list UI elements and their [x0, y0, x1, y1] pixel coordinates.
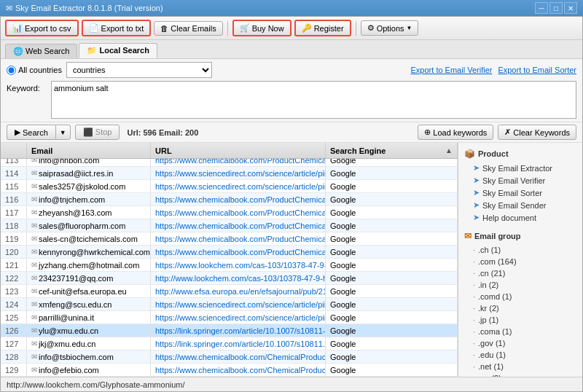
sidebar-item-email-group[interactable]: ·.ch (1): [458, 244, 582, 256]
th-number: [1, 143, 27, 158]
th-url[interactable]: URL: [151, 143, 326, 158]
table-row[interactable]: 119 ✉sales-cn@tcichemicals.com https://w…: [1, 232, 458, 246]
email-group-section-icon: ✉: [464, 231, 472, 241]
stop-button[interactable]: ⬛ Stop: [75, 125, 120, 140]
table-header: Email URL Search Engine ▲: [1, 143, 458, 159]
sidebar-item-email-group[interactable]: ·.net (1): [458, 361, 582, 372]
email-group-item-icon: ·: [473, 257, 475, 266]
keyword-input[interactable]: ammonium salt: [51, 81, 576, 119]
table-body: 113 ✉info@hnbon.com https://www.chemical…: [1, 159, 458, 377]
table-row[interactable]: 125 ✉parrilli@unina.it https://www.scien…: [1, 311, 458, 324]
search-button[interactable]: ▶ Search: [7, 125, 55, 140]
td-url[interactable]: https://www.lookchem.com/cas-103/10378-4…: [151, 259, 326, 271]
table-row[interactable]: 124 ✉xmfeng@scu.edu.cn https://www.scien…: [1, 298, 458, 311]
td-num: 115: [1, 180, 27, 192]
sidebar-item-product[interactable]: ➤Sky Email Sender: [458, 199, 582, 211]
sidebar-item-email-group[interactable]: ·.cn (21): [458, 267, 582, 279]
td-url[interactable]: https://link.springer.com/article/10.100…: [151, 324, 326, 337]
table-row[interactable]: 113 ✉info@hnbon.com https://www.chemical…: [1, 159, 458, 167]
sidebar-item-email-group[interactable]: ·.gov (1): [458, 337, 582, 349]
export-csv-button[interactable]: 📊 Export to csv: [5, 20, 79, 36]
th-email[interactable]: Email: [27, 143, 151, 158]
td-email: ✉saiprasad@iict.res.in: [27, 167, 151, 179]
td-url[interactable]: http://www.efsa.europa.eu/en/efsajournal…: [151, 285, 326, 297]
td-num: 117: [1, 206, 27, 219]
td-url[interactable]: https://www.chemicalbook.com/ProductChem…: [151, 159, 326, 166]
export-verifier-link[interactable]: Export to Email Verifier: [411, 66, 493, 74]
search-dropdown-button[interactable]: ▼: [55, 125, 71, 140]
email-icon: ✉: [31, 300, 37, 308]
table-row[interactable]: 118 ✉sales@fluoropharm.com https://www.c…: [1, 219, 458, 232]
clear-keywords-button[interactable]: ✗ Clear Keywords: [498, 125, 576, 140]
table-row[interactable]: 128 ✉info@tsbiochem.com https://www.chem…: [1, 350, 458, 364]
td-se: Google: [326, 324, 458, 337]
td-url[interactable]: https://www.chemicalbook.com/ProductChem…: [151, 246, 326, 258]
product-item-icon: ➤: [473, 163, 480, 173]
td-url[interactable]: https://www.chemicalbook.com/ProductChem…: [151, 219, 326, 232]
table-row[interactable]: 121 ✉jyzhang.chem@hotmail.com https://ww…: [1, 259, 458, 272]
td-url[interactable]: https://www.chemicalbook.com/ProductChem…: [151, 232, 326, 245]
minimize-button[interactable]: ─: [535, 2, 548, 14]
sidebar-item-product[interactable]: ➤Sky Email Extractor: [458, 162, 582, 174]
export-txt-button[interactable]: 📄 Export to txt: [82, 20, 152, 36]
table-row[interactable]: 127 ✉jkj@xmu.edu.cn https://link.springe…: [1, 337, 458, 350]
td-num: 124: [1, 298, 27, 310]
email-icon: ✉: [31, 182, 37, 190]
close-button[interactable]: ✕: [564, 2, 577, 14]
options-dropdown-icon: ▼: [407, 25, 412, 31]
table-row[interactable]: 126 ✉ylu@xmu.edu.cn https://link.springe…: [1, 324, 458, 337]
toolbar-separator-1: [227, 21, 228, 36]
export-sorter-link[interactable]: Export to Email Sorter: [498, 66, 576, 74]
td-url[interactable]: https://www.sciencedirect.com/science/ar…: [151, 311, 326, 324]
export-links: Export to Email Verifier Export to Email…: [411, 66, 576, 74]
all-countries-radio-input[interactable]: [7, 66, 16, 75]
load-keywords-button[interactable]: ⊕ Load keywords: [418, 125, 493, 140]
clear-emails-button[interactable]: 🗑 Clear Emails: [154, 21, 222, 36]
options-button[interactable]: ⚙ Options ▼: [361, 20, 419, 36]
table-row[interactable]: 120 ✉kennyrong@hwrkchemical.com https://…: [1, 246, 458, 259]
all-countries-radio[interactable]: All countries: [7, 66, 62, 75]
sidebar-item-email-group[interactable]: ·.coma (1): [458, 326, 582, 337]
table-row[interactable]: 123 ✉cef-unit@efsa.europa.eu http://www.…: [1, 285, 458, 298]
sidebar-item-product[interactable]: ➤Sky Email Sorter: [458, 187, 582, 199]
td-url[interactable]: https://www.sciencedirect.com/science/ar…: [151, 298, 326, 310]
sidebar-item-product[interactable]: ➤Sky Email Verifier: [458, 174, 582, 187]
tab-web-search[interactable]: 🌐 Web Search: [5, 44, 77, 58]
td-url[interactable]: https://link.springer.com/article/10.100…: [151, 337, 326, 350]
table-row[interactable]: 115 ✉sales3257@jskolod.com https://www.s…: [1, 180, 458, 193]
td-url[interactable]: http://www.lookchem.com/cas-103/10378-47…: [151, 272, 326, 284]
tabs-row: 🌐 Web Search 📁 Local Search: [1, 40, 582, 59]
table-row[interactable]: 114 ✉saiprasad@iict.res.in https://www.s…: [1, 167, 458, 180]
table-row[interactable]: 117 ✉zheyansh@163.com https://www.chemic…: [1, 206, 458, 219]
product-item-icon: ➤: [473, 176, 480, 185]
register-icon: 🔑: [302, 23, 312, 33]
sidebar-item-product[interactable]: ➤Help document: [458, 211, 582, 224]
tab-local-search[interactable]: 📁 Local Search: [79, 43, 157, 58]
buy-now-button[interactable]: 🛒 Buy Now: [232, 20, 292, 36]
sidebar-item-email-group[interactable]: ·.comd (1): [458, 291, 582, 302]
product-item-icon: ➤: [473, 200, 480, 210]
td-se: Google: [326, 232, 458, 245]
maximize-button[interactable]: □: [549, 2, 563, 14]
td-url[interactable]: https://www.chemicalbook.com/ChemicalPro…: [151, 350, 326, 363]
sidebar-item-email-group[interactable]: ·.jp (1): [458, 314, 582, 326]
sidebar-item-email-group[interactable]: ·.kr (2): [458, 302, 582, 314]
th-search-engine[interactable]: Search Engine ▲: [326, 143, 458, 158]
countries-select[interactable]: countries: [66, 62, 212, 78]
td-url[interactable]: https://www.sciencedirect.com/science/ar…: [151, 180, 326, 192]
email-icon: ✉: [31, 248, 37, 256]
td-url[interactable]: https://www.chemicalbook.com/ChemicalPro…: [151, 364, 326, 376]
td-url[interactable]: https://www.chemicalbook.com/ProductChem…: [151, 206, 326, 219]
table-row[interactable]: 116 ✉info@tnjchem.com https://www.chemic…: [1, 193, 458, 206]
email-icon: ✉: [31, 287, 37, 295]
td-num: 127: [1, 337, 27, 350]
table-row[interactable]: 122 ✉234237191@qq.com http://www.lookche…: [1, 272, 458, 285]
register-button[interactable]: 🔑 Register: [294, 20, 351, 36]
sidebar-item-email-group[interactable]: ·.com (164): [458, 256, 582, 267]
search-play-icon: ▶: [15, 128, 20, 137]
sidebar-item-email-group[interactable]: ·.in (2): [458, 279, 582, 291]
sidebar-item-email-group[interactable]: ·.edu (1): [458, 349, 582, 361]
table-row[interactable]: 129 ✉info@efebio.com https://www.chemica…: [1, 364, 458, 377]
td-url[interactable]: https://www.sciencedirect.com/science/ar…: [151, 167, 326, 179]
td-url[interactable]: https://www.chemicalbook.com/ProductChem…: [151, 193, 326, 205]
